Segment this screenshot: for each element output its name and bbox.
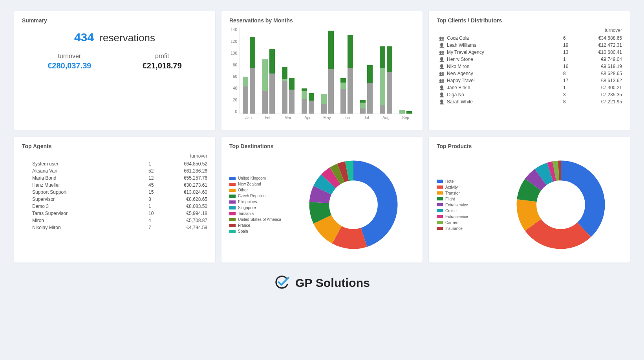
- people-icon: 👥: [437, 78, 447, 83]
- legend-item[interactable]: Extra service: [437, 214, 496, 220]
- agent-row[interactable]: Supervisor8€8,628.65: [22, 196, 207, 203]
- client-row[interactable]: 👤Niko Miron16€9,619.19: [437, 63, 622, 70]
- bar-month-group: [360, 65, 373, 114]
- legend-item[interactable]: Flight: [437, 196, 496, 202]
- client-turnover: €12,472.31: [587, 42, 622, 48]
- y-tick: 40: [229, 86, 237, 90]
- x-tick: Apr: [301, 116, 314, 120]
- agent-row[interactable]: Maria Bond12€55,257.76: [22, 174, 207, 182]
- legend-item[interactable]: United Kingdom: [229, 175, 288, 181]
- legend-swatch: [437, 197, 443, 200]
- agent-row[interactable]: Support Support15€13,024.60: [22, 189, 207, 196]
- products-donut-chart: [512, 156, 610, 254]
- bar-stack: [399, 110, 405, 114]
- bar-segment: [360, 103, 366, 109]
- legend-label: Hotel: [445, 179, 454, 184]
- kpi-turnover-value: €280,037.39: [48, 61, 91, 70]
- client-count: 8: [563, 71, 587, 76]
- client-row[interactable]: 👤Olga No3€7,235.35: [437, 91, 622, 98]
- top-clients-card: Top Clients / Distributors turnover 👥Coc…: [429, 11, 630, 130]
- bar-segment: [348, 68, 353, 114]
- bar-segment: [269, 73, 275, 114]
- legend-swatch: [229, 224, 236, 227]
- x-tick: Feb: [262, 116, 275, 120]
- bar-segment: [302, 91, 307, 99]
- agent-count: 4: [148, 218, 172, 223]
- bar-segment: [282, 67, 287, 79]
- client-count: 8: [563, 99, 587, 105]
- client-row[interactable]: 👤Leah Williams19€12,472.31: [437, 42, 622, 49]
- bar-month-group: [399, 110, 412, 114]
- agent-turnover: €61,286.26: [172, 168, 207, 174]
- legend-item[interactable]: Cruise: [437, 208, 496, 214]
- agent-turnover: €13,024.60: [172, 189, 207, 195]
- bar-segment: [367, 65, 373, 83]
- bar-month-group: [242, 37, 256, 114]
- client-turnover: €7,221.95: [587, 99, 622, 105]
- x-tick: May: [320, 116, 334, 120]
- legend-item[interactable]: United States of America: [229, 217, 288, 222]
- bar-stack: [243, 77, 248, 114]
- client-row[interactable]: 👥My Travel Agency13€10,680.41: [437, 49, 622, 56]
- bar-y-axis: 020406080100120140: [229, 28, 240, 114]
- client-name: Coca Cola: [447, 35, 563, 41]
- summary-title: Summary: [22, 17, 207, 24]
- agent-row[interactable]: System user1€64,850.52: [22, 160, 207, 167]
- agent-row[interactable]: Aksana Van52€61,286.26: [22, 167, 207, 174]
- agent-row[interactable]: Taras Supervisor10€5,994.18: [22, 210, 207, 217]
- agent-turnover: €5,994.18: [172, 211, 207, 216]
- legend-item[interactable]: Other: [229, 187, 288, 193]
- legend-item[interactable]: Activity: [437, 184, 496, 190]
- bar-segment: [360, 108, 366, 114]
- agent-row[interactable]: Nikolay Miron7€4,794.59: [22, 224, 207, 231]
- client-row[interactable]: 👥Coca Cola6€34,688.66: [437, 35, 622, 42]
- legend-item[interactable]: Singapore: [229, 205, 288, 211]
- legend-swatch: [437, 191, 443, 195]
- legend-item[interactable]: France: [229, 222, 288, 228]
- legend-swatch: [229, 212, 236, 215]
- legend-label: Cruise: [445, 209, 457, 213]
- legend-label: Insurance: [445, 226, 463, 231]
- reservations-chart-card: Reservations by Months 02040608010012014…: [221, 11, 423, 130]
- legend-item[interactable]: Car rent: [437, 220, 496, 226]
- bar-stack: [387, 46, 392, 114]
- client-row[interactable]: 👥New Agency8€8,628.65: [437, 70, 622, 77]
- client-turnover: €9,749.04: [587, 57, 622, 62]
- agent-row[interactable]: Hanz Mueller45€30,273.61: [22, 182, 207, 189]
- bar-segment: [380, 105, 385, 114]
- client-row[interactable]: 👤Jane Birkin1€7,300.21: [437, 84, 622, 91]
- legend-swatch: [437, 186, 443, 189]
- legend-item[interactable]: Czech Republic: [229, 193, 288, 199]
- agent-row[interactable]: Miron4€5,708.87: [22, 217, 207, 224]
- legend-item[interactable]: Tanzania: [229, 211, 288, 217]
- kpi-profit-value: €21,018.79: [143, 61, 182, 70]
- legend-label: Philippines: [238, 200, 257, 204]
- x-tick: Jun: [340, 116, 353, 120]
- client-row[interactable]: 👤Henry Stone1€9,749.04: [437, 56, 622, 63]
- people-icon: 👥: [437, 71, 447, 76]
- clients-col-turnover: turnover: [605, 28, 622, 33]
- agent-name: Maria Bond: [32, 175, 148, 181]
- legend-item[interactable]: New Zealand: [229, 181, 288, 187]
- bar-stack: [269, 49, 275, 114]
- legend-item[interactable]: Extra service: [437, 202, 496, 208]
- agent-row[interactable]: Demo 31€8,083.50: [22, 203, 207, 210]
- client-row[interactable]: 👥Happy Travel17€8,613.62: [437, 77, 622, 84]
- bar-month-group: [282, 67, 295, 114]
- legend-item[interactable]: Philippines: [229, 199, 288, 205]
- kpi-turnover-label: turnover: [48, 53, 91, 60]
- legend-label: Car rent: [445, 220, 459, 225]
- agent-count: 7: [148, 225, 172, 230]
- bar-segment: [289, 90, 295, 114]
- legend-item[interactable]: Spain: [229, 228, 288, 234]
- bar-segment: [340, 83, 346, 89]
- legend-swatch: [437, 180, 443, 183]
- legend-item[interactable]: Transfer: [437, 190, 496, 196]
- kpi-profit: profit €21,018.79: [143, 53, 182, 70]
- bar-segment: [380, 46, 385, 68]
- bar-segment: [348, 35, 353, 68]
- client-row[interactable]: 👤Sarah White8€7,221.95: [437, 98, 622, 105]
- legend-item[interactable]: Insurance: [437, 226, 496, 231]
- legend-item[interactable]: Hotel: [437, 178, 496, 184]
- reservations-count: 434: [74, 31, 94, 44]
